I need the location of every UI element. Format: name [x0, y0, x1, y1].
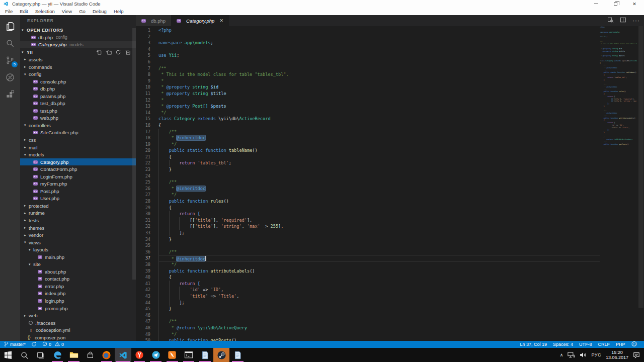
code-line[interactable]: * @return \yii\db\ActiveQuery	[158, 325, 600, 331]
code-line[interactable]	[158, 242, 600, 249]
tree-item-mail[interactable]: ▸mail	[20, 144, 136, 151]
tree-item-params-php[interactable]: params.php	[20, 93, 136, 100]
tree-item-contactform-php[interactable]: ContactForm.php	[20, 165, 136, 173]
tree-item-models[interactable]: ▾models	[20, 151, 136, 158]
code-line[interactable]: /**	[158, 65, 600, 72]
code-line[interactable]: /**	[158, 249, 600, 255]
tree-item-loginform-php[interactable]: LoginForm.php	[20, 173, 136, 180]
taskbar-file-explorer-icon[interactable]	[65, 348, 82, 362]
code-line[interactable]: * @property Post[] $posts	[158, 103, 600, 110]
tree-item-runtime[interactable]: ▸runtime	[20, 210, 136, 217]
code-line[interactable]: */	[158, 141, 600, 148]
tree-item--htaccess[interactable]: .htaccess	[20, 319, 136, 327]
taskbar-steam-icon[interactable]	[213, 348, 230, 362]
tree-item-contact-php[interactable]: contact.php	[20, 276, 136, 283]
tree-item-assets[interactable]: ▸assets	[20, 56, 136, 63]
network-icon[interactable]	[568, 352, 575, 358]
taskbar-search-icon[interactable]	[17, 348, 33, 362]
menu-view[interactable]: View	[58, 8, 75, 15]
restore-button[interactable]	[606, 0, 625, 8]
code-line[interactable]: }	[158, 166, 600, 173]
tree-item-console-php[interactable]: console.php	[20, 78, 136, 85]
tab-db-php[interactable]: db.php	[136, 15, 171, 26]
new-file-icon[interactable]	[96, 49, 102, 55]
open-editor-item[interactable]: db.phpconfig	[20, 34, 136, 41]
tree-item-protected[interactable]: ▸protected	[20, 202, 136, 210]
sidebar-scrollbar[interactable]	[132, 28, 136, 280]
code-line[interactable]: }	[158, 306, 600, 312]
source-control-icon[interactable]: 5	[0, 52, 20, 69]
project-header[interactable]: ▾ YII	[20, 48, 136, 56]
code-line[interactable]: ];	[158, 230, 600, 236]
code-line[interactable]: return [	[158, 211, 600, 217]
search-icon[interactable]	[0, 35, 20, 52]
menu-edit[interactable]: Edit	[16, 8, 31, 15]
code-line[interactable]	[158, 173, 600, 179]
eol-setting[interactable]: CRLF	[598, 342, 610, 347]
open-preview-icon[interactable]	[607, 16, 614, 25]
tree-item-sitecontroller-php[interactable]: SiteController.php	[20, 129, 136, 137]
debug-icon[interactable]	[0, 69, 20, 86]
explorer-icon[interactable]	[0, 18, 20, 35]
code-line[interactable]: * @inheritdoc	[158, 135, 600, 141]
code-line[interactable]: /**	[158, 129, 600, 135]
tray-chevron-up-icon[interactable]: ∧	[560, 352, 564, 357]
minimize-button[interactable]	[587, 0, 606, 8]
code-line[interactable]: * @property string $id	[158, 84, 600, 90]
menu-debug[interactable]: Debug	[89, 8, 110, 15]
tree-item-index-php[interactable]: index.php	[20, 290, 136, 298]
tree-item-db-php[interactable]: db.php	[20, 85, 136, 93]
code-line[interactable]: 'title' => 'Title',	[158, 293, 600, 300]
code-line[interactable]: * @inheritdoc	[158, 186, 600, 192]
tree-item-css[interactable]: ▸css	[20, 136, 136, 144]
tree-item-tests[interactable]: ▸tests	[20, 217, 136, 224]
code-line[interactable]: /**	[158, 179, 600, 186]
tree-item-codeception-yml[interactable]: !codeception.yml	[20, 326, 136, 334]
taskbar-notepad-2-icon[interactable]	[229, 348, 246, 362]
collapse-all-icon[interactable]	[125, 49, 131, 55]
tree-item-error-php[interactable]: error.php	[20, 283, 136, 290]
code-line[interactable]: namespace app\models;	[158, 40, 600, 46]
code-line[interactable]: * @property string $title	[158, 90, 600, 97]
tree-item-main-php[interactable]: main.php	[20, 253, 136, 261]
taskbar-store-icon[interactable]	[82, 348, 99, 362]
sync-button[interactable]	[31, 341, 37, 348]
language-indicator[interactable]: РУС	[591, 352, 601, 357]
code-line[interactable]: 'id' => 'ID',	[158, 287, 600, 293]
tab-category-php[interactable]: Category.php✕	[171, 15, 229, 26]
code-line[interactable]: return [	[158, 281, 600, 287]
tree-item-test-db-php[interactable]: test_db.php	[20, 100, 136, 107]
code-line[interactable]: public function getPosts()	[158, 337, 600, 341]
feedback-smiley-icon[interactable]: ☺	[631, 342, 637, 347]
code-area[interactable]: <?phpnamespace app\models;use Yii;/** * …	[158, 27, 600, 341]
editor-scrollbar[interactable]	[638, 26, 643, 308]
tree-item-site[interactable]: ▾site	[20, 261, 136, 268]
code-line[interactable]: ];	[158, 300, 600, 306]
taskbar-telegram-icon[interactable]	[147, 348, 164, 362]
taskbar-edge-icon[interactable]	[49, 348, 66, 362]
cursor-position[interactable]: Ln 37, Col 19	[520, 342, 547, 347]
action-center-icon[interactable]	[633, 351, 640, 358]
tree-item-commands[interactable]: ▸commands	[20, 63, 136, 71]
tree-item-category-php[interactable]: Category.php	[20, 158, 136, 166]
taskbar-console-icon[interactable]	[181, 348, 197, 362]
code-line[interactable]: return 'tables_tbl';	[158, 160, 600, 166]
tree-item-promo-php[interactable]: promo.php	[20, 305, 136, 312]
menu-help[interactable]: Help	[110, 8, 127, 15]
git-branch-indicator[interactable]: master*	[4, 341, 26, 348]
code-line[interactable]: * @inheritdoc	[158, 255, 600, 261]
language-mode[interactable]: PHP	[616, 342, 625, 347]
extensions-icon[interactable]	[0, 86, 20, 103]
code-line[interactable]: {	[158, 205, 600, 211]
code-line[interactable]: public function attributeLabels()	[158, 268, 600, 275]
tree-item-controllers[interactable]: ▾controllers	[20, 122, 136, 129]
tree-item-login-php[interactable]: login.php	[20, 297, 136, 305]
taskbar-task-view-icon[interactable]	[33, 348, 49, 362]
tree-item-post-php[interactable]: Post.php	[20, 188, 136, 195]
code-line[interactable]: [['title'], 'string', 'max' => 255],	[158, 223, 600, 230]
code-line[interactable]: {	[158, 154, 600, 160]
tree-item-themes[interactable]: ▸themes	[20, 224, 136, 232]
split-editor-icon[interactable]	[620, 16, 626, 25]
code-line[interactable]: *	[158, 78, 600, 84]
code-line[interactable]: public function rules()	[158, 198, 600, 205]
